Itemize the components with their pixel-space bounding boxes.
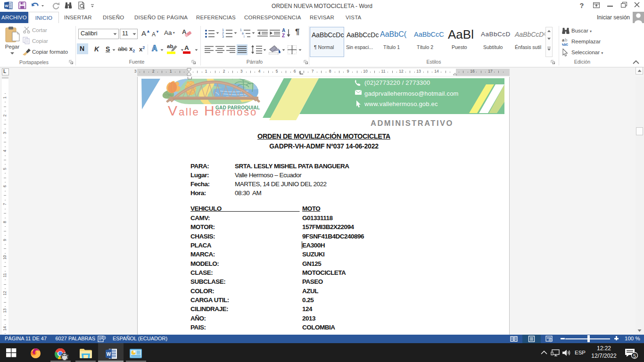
svg-text:3: 3 bbox=[222, 35, 224, 38]
svg-text:5: 5 bbox=[633, 353, 636, 359]
svg-text:(02)2773220 / 2773300: (02)2773220 / 2773300 bbox=[364, 79, 430, 86]
svg-text:1: 1 bbox=[240, 28, 242, 32]
svg-text:gadprvallehermoso@hotmail.com: gadprvallehermoso@hotmail.com bbox=[364, 90, 459, 97]
svg-text:W: W bbox=[107, 352, 111, 357]
svg-text:www.vallehermoso.gob.ec: www.vallehermoso.gob.ec bbox=[364, 100, 438, 107]
svg-text:1: 1 bbox=[222, 28, 224, 32]
svg-text:2: 2 bbox=[222, 32, 224, 35]
svg-text:H: H bbox=[204, 103, 215, 118]
svg-text:GAD PARROQUIAL: GAD PARROQUIAL bbox=[215, 105, 260, 110]
svg-text:alle: alle bbox=[179, 106, 199, 118]
svg-text:a: a bbox=[242, 32, 244, 35]
svg-text:i: i bbox=[244, 35, 244, 38]
svg-text:ADMINISTRATIVO: ADMINISTRATIVO bbox=[371, 119, 454, 127]
svg-text:ac: ac bbox=[563, 42, 568, 46]
svg-text:V: V bbox=[168, 103, 177, 118]
